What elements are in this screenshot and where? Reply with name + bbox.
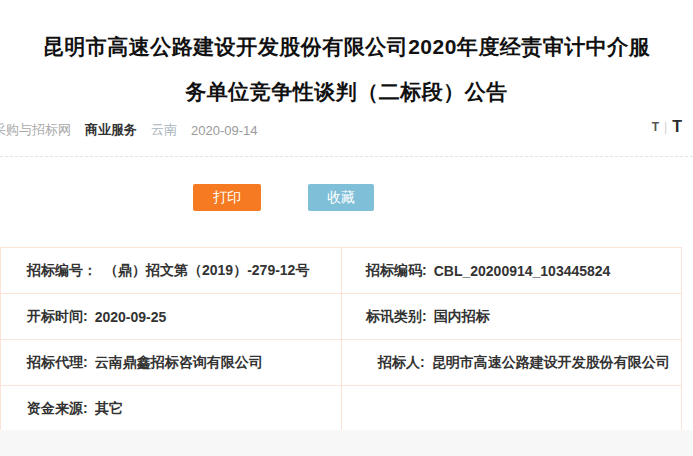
fund-source-value: 其它 xyxy=(95,400,123,418)
fund-source-cell: 资金来源: 其它 xyxy=(1,386,341,432)
bid-number-value: （鼎）招文第（2019）-279-12号 xyxy=(104,262,309,280)
bid-info-table: 招标编号： （鼎）招文第（2019）-279-12号 招标编码: CBL_202… xyxy=(0,247,682,432)
page-footer-background xyxy=(0,430,693,456)
favorite-announcement-button[interactable]: 收藏公告 xyxy=(308,184,374,211)
font-size-separator: | xyxy=(664,120,667,134)
empty-cell xyxy=(341,386,681,432)
breadcrumb-category-link[interactable]: 商业服务 xyxy=(85,121,137,139)
bid-category-cell: 标讯类别: 国内招标 xyxy=(341,294,681,340)
fund-source-label: 资金来源: xyxy=(27,400,88,418)
bid-code-value: CBL_20200914_103445824 xyxy=(434,263,611,279)
publish-date: 2020-09-14 xyxy=(191,123,258,138)
announcement-page: 昆明市高速公路建设开发股份有限公司2020年度经责审计中介服 务单位竞争性谈判（… xyxy=(0,0,693,456)
open-date-label: 开标时间: xyxy=(27,308,88,326)
bid-category-value: 国内招标 xyxy=(434,308,490,326)
font-size-controls: T | T xyxy=(652,118,682,136)
font-size-increase-button[interactable]: T xyxy=(672,118,682,136)
bid-owner-label: 招标人: xyxy=(378,354,425,372)
open-date-cell: 开标时间: 2020-09-25 xyxy=(1,294,341,340)
bid-category-label: 标讯类别: xyxy=(366,308,427,326)
bid-agent-cell: 招标代理: 云南鼎鑫招标咨询有限公司 xyxy=(1,340,341,386)
bid-agent-label: 招标代理: xyxy=(27,354,88,372)
bid-owner-cell: 招标人: 昆明市高速公路建设开发股份有限公司 xyxy=(341,340,681,386)
divider xyxy=(0,156,693,157)
page-title: 昆明市高速公路建设开发股份有限公司2020年度经责审计中介服 务单位竞争性谈判（… xyxy=(0,24,693,114)
page-title-line2: 务单位竞争性谈判（二标段）公告 xyxy=(0,69,693,114)
bid-number-cell: 招标编号： （鼎）招文第（2019）-279-12号 xyxy=(1,248,341,294)
bid-number-label: 招标编号： xyxy=(27,262,97,280)
bid-owner-value: 昆明市高速公路建设开发股份有限公司 xyxy=(432,354,670,372)
breadcrumb-site-link[interactable]: 采购与招标网 xyxy=(0,121,71,139)
bid-code-cell: 招标编码: CBL_20200914_103445824 xyxy=(341,248,681,294)
page-title-line1: 昆明市高速公路建设开发股份有限公司2020年度经责审计中介服 xyxy=(0,24,693,69)
bid-agent-value: 云南鼎鑫招标咨询有限公司 xyxy=(95,354,263,372)
font-size-decrease-button[interactable]: T xyxy=(652,120,659,134)
bid-code-label: 招标编码: xyxy=(366,262,427,280)
open-date-value: 2020-09-25 xyxy=(95,309,167,325)
breadcrumb-region-link[interactable]: 云南 xyxy=(151,121,177,139)
breadcrumb: 采购与招标网 商业服务 云南 2020-09-14 xyxy=(0,119,693,141)
print-announcement-button[interactable]: 打印公告 xyxy=(193,184,261,211)
